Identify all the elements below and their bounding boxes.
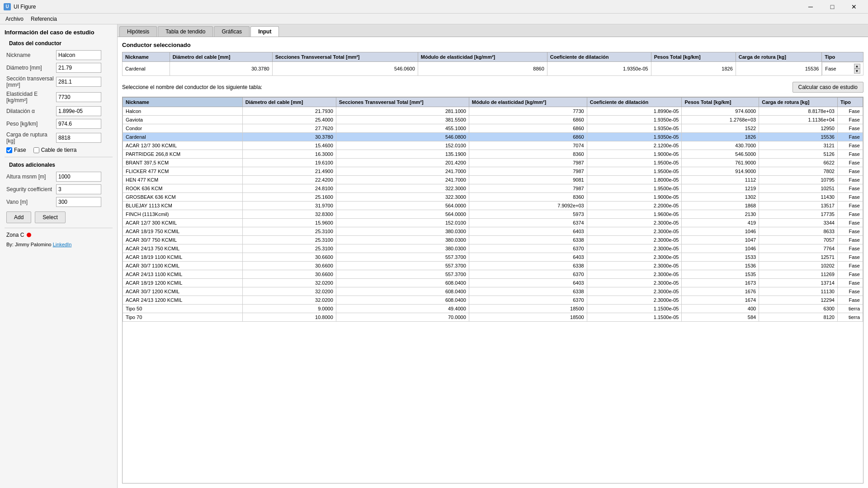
table-row[interactable]: Gaviota25.4000381.550068601.9350e-051.27…	[123, 115, 863, 124]
selected-nickname: Cardenal	[123, 62, 170, 76]
main-section-title: Información del caso de estudio	[5, 29, 113, 36]
calc-button[interactable]: Calcular caso de estudio	[793, 82, 863, 93]
cell-modulo: 6403	[469, 278, 587, 287]
table-row[interactable]: BRANT 397,5 KCM19.6100201.420079871.9500…	[123, 158, 863, 167]
header-secciones: Secciones Transveersal Total [mm²]	[272, 52, 418, 62]
table-row[interactable]: ACAR 24/13 1200 KCMIL32.0200608.04006370…	[123, 296, 863, 304]
selected-secciones: 546.0600	[272, 62, 418, 76]
tab-hipotesis[interactable]: Hipótesis	[119, 26, 157, 37]
cell-nickname: Cardenal	[123, 132, 243, 141]
cell-coeficiente: 1.1500e-05	[587, 304, 682, 313]
cell-secciones: 322.3000	[336, 192, 469, 201]
table-row[interactable]: Tipo 509.000049.4000185001.1500e-0540063…	[123, 304, 863, 313]
table-row[interactable]: ACAR 12/7 300 KCMIL15.4600152.010070742.…	[123, 141, 863, 150]
peso-input[interactable]	[56, 119, 101, 129]
cell-coeficiente: 2.1200e-05	[587, 141, 682, 150]
altura-input[interactable]	[56, 172, 101, 182]
table-row[interactable]: Condor27.7620455.100068601.9350e-0515221…	[123, 124, 863, 132]
tab-tabla-tendido[interactable]: Tabla de tendido	[158, 26, 213, 37]
table-row[interactable]: ACAR 30/7 1200 KCMIL32.0200608.040063382…	[123, 287, 863, 296]
table-row[interactable]: Halcon21.7930281.100077301.8990e-05974.6…	[123, 107, 863, 115]
cell-secciones: 608.0400	[336, 287, 469, 296]
cell-diametro: 25.1600	[242, 192, 336, 201]
maximize-button[interactable]: □	[822, 0, 843, 14]
cell-tipo: Fase	[837, 270, 863, 278]
main-table-container[interactable]: Nickname Diámetro del cable [mm] Seccion…	[122, 97, 863, 484]
cell-coeficiente: 1.9350e-05	[587, 124, 682, 132]
cell-secciones: 381.5500	[336, 115, 469, 124]
cell-carga: 8633	[759, 227, 838, 235]
close-button[interactable]: ✕	[844, 0, 864, 14]
selected-coeficiente: 1.9350e-05	[547, 62, 651, 76]
table-row[interactable]: ACAR 18/19 750 KCMIL25.3100380.030064032…	[123, 227, 863, 235]
tab-graficas[interactable]: Gráficas	[214, 26, 250, 37]
cell-tipo: Fase	[837, 278, 863, 287]
tipo-down-btn[interactable]: ▼	[854, 69, 860, 74]
table-row[interactable]: BLUEJAY 1113 KCM31.9700564.00007.9092e+0…	[123, 201, 863, 210]
cell-coeficiente: 1.9600e-05	[587, 210, 682, 218]
table-row[interactable]: PARTRIDGE 266,8 KCM16.3000135.190083601.…	[123, 150, 863, 158]
table-row[interactable]: Cardenal30.3780546.080068601.9350e-05182…	[123, 132, 863, 141]
cell-pesos: 1826	[682, 132, 759, 141]
cell-pesos: 974.6000	[682, 107, 759, 115]
cell-coeficiente: 2.3000e-05	[587, 261, 682, 270]
seccion-input[interactable]	[56, 77, 101, 87]
vano-input[interactable]	[56, 197, 101, 207]
cell-coeficiente: 2.3000e-05	[587, 296, 682, 304]
cable-tierra-checkbox[interactable]	[33, 147, 39, 153]
divider-1	[5, 157, 113, 157]
cell-secciones: 380.0300	[336, 227, 469, 235]
cell-pesos: 1302	[682, 192, 759, 201]
fase-checkbox[interactable]	[6, 147, 12, 153]
table-row[interactable]: GROSBEAK 636 KCM25.1600322.300083601.900…	[123, 192, 863, 201]
cell-nickname: Gaviota	[123, 115, 243, 124]
dilatacion-input[interactable]	[56, 106, 101, 116]
table-row[interactable]: HEN 477 KCM22.4200241.700090811.8000e-05…	[123, 175, 863, 184]
col-pesos: Pesos Total [kg/km]	[682, 97, 759, 107]
additional-section-title: Datos adicionales	[9, 162, 113, 168]
cell-carga: 11430	[759, 192, 838, 201]
table-row[interactable]: ACAR 30/7 1100 KCMIL30.6600557.370063382…	[123, 261, 863, 270]
menu-archivo[interactable]: Archivo	[2, 15, 27, 23]
table-row[interactable]: ACAR 12/7 300 KCMIL15.9600152.010063742.…	[123, 218, 863, 227]
diametro-input[interactable]	[56, 63, 101, 73]
table-row[interactable]: ACAR 24/13 750 KCMIL25.3100380.030063702…	[123, 244, 863, 253]
menu-referencia[interactable]: Referencia	[27, 15, 61, 23]
table-row[interactable]: FLICKER 477 KCM21.4900241.700079871.9500…	[123, 167, 863, 175]
tab-input[interactable]: Input	[250, 26, 279, 37]
cell-pesos: 1536	[682, 261, 759, 270]
cell-secciones: 380.0300	[336, 244, 469, 253]
cell-secciones: 241.7000	[336, 167, 469, 175]
cell-pesos: 1533	[682, 253, 759, 261]
cell-carga: 3121	[759, 141, 838, 150]
segurity-input[interactable]	[56, 184, 101, 194]
table-row[interactable]: ACAR 18/19 1200 KCMIL32.0200608.04006403…	[123, 278, 863, 287]
minimize-button[interactable]: ─	[800, 0, 821, 14]
cell-tipo: Fase	[837, 296, 863, 304]
table-row[interactable]: Tipo 7010.800070.0000185001.1500e-055848…	[123, 313, 863, 321]
tipo-up-btn[interactable]: ▲	[854, 64, 860, 69]
header-tipo: Tipo	[822, 52, 863, 62]
table-row[interactable]: ACAR 24/13 1100 KCMIL30.6600557.37006370…	[123, 270, 863, 278]
cell-pesos: 1047	[682, 235, 759, 244]
cell-diametro: 15.9600	[242, 218, 336, 227]
table-row[interactable]: ROOK 636 KCM24.8100322.300079871.9500e-0…	[123, 184, 863, 192]
linkedin-link[interactable]: LinkedIn	[53, 242, 72, 247]
carga-input[interactable]	[56, 133, 101, 143]
cell-carga: 11269	[759, 270, 838, 278]
cell-tipo: Fase	[837, 210, 863, 218]
cell-tipo: Fase	[837, 124, 863, 132]
add-button[interactable]: Add	[6, 211, 31, 223]
cell-secciones: 557.3700	[336, 261, 469, 270]
table-row[interactable]: ACAR 30/7 750 KCMIL25.3100380.030063382.…	[123, 235, 863, 244]
table-row[interactable]: ACAR 18/19 1100 KCMIL30.6600557.37006403…	[123, 253, 863, 261]
cell-coeficiente: 1.1500e-05	[587, 313, 682, 321]
cell-pesos: 2130	[682, 210, 759, 218]
elasticidad-input[interactable]	[56, 92, 101, 102]
nickname-input[interactable]	[56, 50, 101, 60]
cell-secciones: 564.0000	[336, 210, 469, 218]
carga-row: Carga de ruptura [kg]	[5, 131, 113, 144]
select-button[interactable]: Select	[35, 211, 65, 223]
cell-nickname: ACAR 30/7 750 KCMIL	[123, 235, 243, 244]
table-row[interactable]: FINCH (1113Kcmil)32.8300564.000059731.96…	[123, 210, 863, 218]
